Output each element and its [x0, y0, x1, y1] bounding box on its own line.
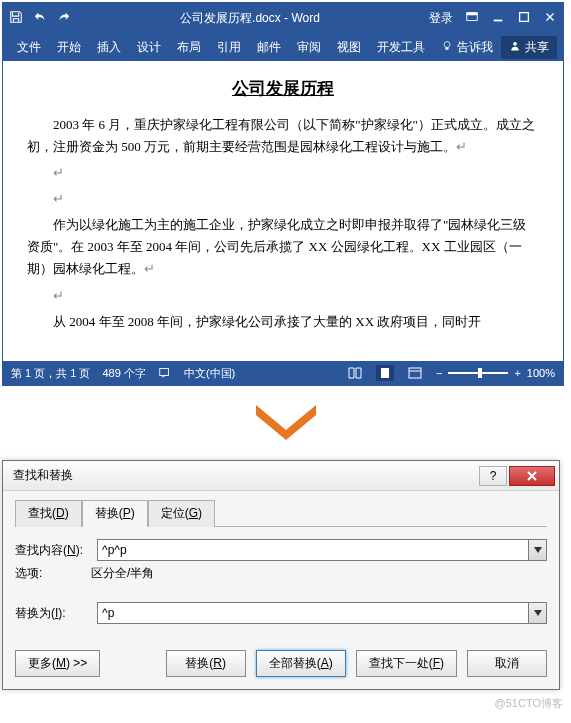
chevron-down-icon — [246, 400, 326, 440]
replace-button[interactable]: 替换(R) — [166, 650, 246, 677]
doc-paragraph: 2003 年 6 月，重庆护家绿化工程有限公司（以下简称"护家绿化"）正式成立。… — [27, 114, 539, 158]
tab-file[interactable]: 文件 — [9, 33, 49, 61]
window-title: 公司发展历程.docx - Word — [71, 10, 429, 27]
dialog-title: 查找和替换 — [13, 467, 73, 484]
doc-paragraph: ↵ — [27, 285, 539, 307]
help-button[interactable]: ? — [479, 466, 507, 486]
close-icon[interactable] — [543, 10, 557, 27]
find-dropdown[interactable] — [529, 539, 547, 561]
tab-goto[interactable]: 定位(G) — [148, 500, 215, 527]
spellcheck-icon[interactable] — [158, 365, 172, 381]
para-mark: ↵ — [53, 165, 64, 180]
save-icon[interactable] — [9, 10, 23, 27]
find-next-button[interactable]: 查找下一处(F) — [356, 650, 457, 677]
tab-developer[interactable]: 开发工具 — [369, 33, 433, 61]
chevron-down-icon — [534, 610, 542, 616]
para-mark: ↵ — [53, 288, 64, 303]
more-button[interactable]: 更多(M) >> — [15, 650, 100, 677]
svg-rect-3 — [520, 12, 529, 21]
options-row: 选项: 区分全/半角 — [15, 565, 547, 582]
svg-rect-1 — [467, 12, 478, 15]
svg-rect-2 — [494, 19, 503, 21]
statusbar: 第 1 页，共 1 页 489 个字 中文(中国) − + 100% — [3, 361, 563, 385]
zoom-out-icon[interactable]: − — [436, 367, 442, 379]
para-mark: ↵ — [456, 139, 467, 154]
maximize-icon[interactable] — [517, 10, 531, 27]
read-mode-icon[interactable] — [346, 365, 364, 381]
options-label: 选项: — [15, 565, 91, 582]
dialog-buttons: 更多(M) >> 替换(R) 全部替换(A) 查找下一处(F) 取消 — [15, 650, 547, 677]
zoom-slider[interactable] — [448, 372, 508, 374]
replace-row: 替换为(I): — [15, 602, 547, 624]
window-controls: 登录 — [429, 10, 557, 27]
dialog-tabs: 查找(D) 替换(P) 定位(G) — [15, 499, 547, 527]
page-indicator[interactable]: 第 1 页，共 1 页 — [11, 366, 90, 381]
tab-insert[interactable]: 插入 — [89, 33, 129, 61]
ribbon-display-icon[interactable] — [465, 10, 479, 27]
tab-references[interactable]: 引用 — [209, 33, 249, 61]
watermark: @51CTO博客 — [0, 692, 571, 715]
options-value: 区分全/半角 — [91, 565, 154, 582]
share-button[interactable]: 共享 — [501, 36, 557, 59]
print-layout-icon[interactable] — [376, 365, 394, 381]
svg-point-4 — [444, 41, 450, 47]
doc-title: 公司发展历程 — [27, 75, 539, 104]
zoom-in-icon[interactable]: + — [514, 367, 520, 379]
help-icon: ? — [490, 469, 497, 483]
replace-dropdown[interactable] — [529, 602, 547, 624]
svg-point-6 — [513, 41, 517, 45]
para-mark: ↵ — [53, 191, 64, 206]
tell-me-label: 告诉我 — [457, 39, 493, 56]
document-area[interactable]: 公司发展历程 2003 年 6 月，重庆护家绿化工程有限公司（以下简称"护家绿化… — [3, 61, 563, 361]
replace-all-button[interactable]: 全部替换(A) — [256, 650, 346, 677]
doc-paragraph: ↵ — [27, 188, 539, 210]
zoom-controls: − + 100% — [436, 367, 555, 379]
find-input[interactable] — [97, 539, 529, 561]
language-indicator[interactable]: 中文(中国) — [184, 366, 235, 381]
para-mark: ↵ — [144, 261, 155, 276]
doc-paragraph: ↵ — [27, 162, 539, 184]
replace-label: 替换为(I): — [15, 605, 91, 622]
dialog-body: 查找(D) 替换(P) 定位(G) 查找内容(N): 选项: 区分全/半角 替换… — [3, 491, 559, 689]
find-row: 查找内容(N): — [15, 539, 547, 561]
quick-access-toolbar — [9, 10, 71, 27]
redo-icon[interactable] — [57, 10, 71, 27]
ribbon-tabs: 文件 开始 插入 设计 布局 引用 邮件 审阅 视图 开发工具 告诉我 共享 — [3, 33, 563, 61]
tab-review[interactable]: 审阅 — [289, 33, 329, 61]
web-layout-icon[interactable] — [406, 365, 424, 381]
svg-rect-5 — [446, 47, 449, 49]
share-icon — [509, 40, 521, 55]
login-label[interactable]: 登录 — [429, 10, 453, 27]
tell-me[interactable]: 告诉我 — [441, 39, 493, 56]
svg-rect-8 — [381, 368, 389, 378]
share-label: 共享 — [525, 39, 549, 56]
tab-design[interactable]: 设计 — [129, 33, 169, 61]
word-window: 公司发展历程.docx - Word 登录 文件 开始 插入 设计 布局 引用 … — [2, 2, 564, 386]
find-label: 查找内容(N): — [15, 542, 91, 559]
word-count[interactable]: 489 个字 — [102, 366, 145, 381]
tab-replace[interactable]: 替换(P) — [82, 500, 148, 527]
zoom-level[interactable]: 100% — [527, 367, 555, 379]
svg-rect-7 — [160, 369, 169, 376]
find-combo — [97, 539, 547, 561]
undo-icon[interactable] — [33, 10, 47, 27]
tab-view[interactable]: 视图 — [329, 33, 369, 61]
dialog-close-button[interactable] — [509, 466, 555, 486]
tab-home[interactable]: 开始 — [49, 33, 89, 61]
dialog-titlebar: 查找和替换 ? — [3, 461, 559, 491]
replace-input[interactable] — [97, 602, 529, 624]
minimize-icon[interactable] — [491, 10, 505, 27]
titlebar: 公司发展历程.docx - Word 登录 — [3, 3, 563, 33]
cancel-button[interactable]: 取消 — [467, 650, 547, 677]
bulb-icon — [441, 40, 453, 55]
tab-find[interactable]: 查找(D) — [15, 500, 82, 527]
svg-rect-9 — [409, 368, 421, 378]
arrow-divider — [0, 388, 571, 458]
find-replace-dialog: 查找和替换 ? 查找(D) 替换(P) 定位(G) 查找内容(N): 选项: 区… — [2, 460, 560, 690]
close-icon — [526, 471, 538, 481]
doc-paragraph: 从 2004 年至 2008 年间，护家绿化公司承接了大量的 XX 政府项目，同… — [27, 311, 539, 333]
tab-layout[interactable]: 布局 — [169, 33, 209, 61]
chevron-down-icon — [534, 547, 542, 553]
replace-combo — [97, 602, 547, 624]
tab-mailings[interactable]: 邮件 — [249, 33, 289, 61]
